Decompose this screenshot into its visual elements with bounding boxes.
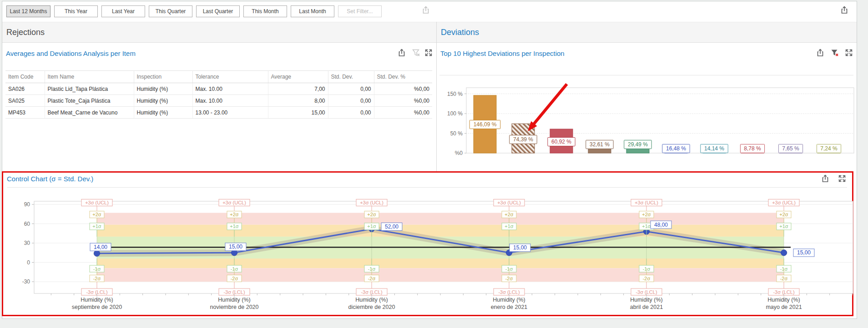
sigma-label: -2σ	[368, 276, 376, 281]
table-cell: %0,00	[374, 83, 432, 95]
table-cell: 15,00	[268, 107, 328, 119]
table-row[interactable]: SA026Plastic Lid_Tapa PlásticaHumidity (…	[5, 83, 432, 95]
y-axis-tick-label: %0	[455, 150, 463, 156]
data-point[interactable]	[94, 250, 100, 256]
table-cell: %0,00	[374, 107, 432, 119]
rejections-panel-header: Rejections	[2, 22, 436, 43]
point-value-label: 15,00	[229, 244, 242, 250]
table-cell: Max. 10.00	[192, 95, 268, 107]
table-row[interactable]: MP453Beef Meat_Carne de VacunoHumidity (…	[5, 107, 432, 119]
maximize-icon[interactable]	[424, 48, 433, 57]
sigma-label: +3σ (UCL)	[497, 200, 521, 205]
bar-value-label: 32,61 %	[590, 141, 610, 148]
table-cell: Max. 10.00	[192, 83, 268, 95]
clear-filter-icon[interactable]	[830, 48, 839, 57]
toolbar-button-last-year[interactable]: Last Year	[101, 5, 145, 17]
point-value-label: 15,00	[513, 244, 527, 251]
export-icon[interactable]	[397, 48, 406, 57]
export-icon[interactable]	[421, 5, 430, 15]
sigma-band	[97, 258, 784, 268]
panel-splitter[interactable]	[436, 22, 437, 171]
sigma-label: +2σ	[505, 212, 514, 217]
top10-deviations-bar-chart[interactable]: 150 %100 %50 %%0146,09 %74,39 %60,92 %32…	[439, 67, 855, 164]
averages-deviations-table: Item CodeItem NameInspectionToleranceAve…	[5, 70, 432, 119]
maximize-icon[interactable]	[838, 174, 847, 183]
y-axis-tick-label: 30	[24, 240, 30, 246]
sigma-label: +1σ	[642, 224, 651, 229]
table-cell: Humidity (%)	[134, 107, 192, 119]
table-cell: 0,00	[328, 107, 374, 119]
toolbar-button-last-12-months[interactable]: Last 12 Months	[6, 5, 50, 17]
bar-value-label: 146,09 %	[474, 121, 497, 128]
point-value-label: 15,00	[797, 249, 811, 256]
column-header[interactable]: Tolerance	[192, 71, 268, 83]
x-category-label-line1: Humidity (%)	[81, 297, 113, 303]
bar-value-label: 14,14 %	[704, 145, 724, 152]
sigma-label: +1σ	[92, 224, 101, 229]
sigma-label: -2σ	[231, 276, 238, 281]
sigma-band	[97, 268, 784, 282]
table-cell: %0,00	[374, 95, 432, 107]
data-point[interactable]	[781, 250, 787, 256]
column-header[interactable]: Item Code	[5, 71, 45, 83]
control-chart[interactable]: 9060300-30+3σ (UCL)+2σ+1σ-1σ-2σ-3σ (LCL)…	[5, 194, 854, 317]
sigma-label: +3σ (UCL)	[635, 200, 658, 205]
rejections-panel-title: Rejections	[2, 28, 45, 37]
sigma-label: +1σ	[367, 224, 376, 229]
y-axis-tick-label: 0	[27, 259, 30, 266]
sigma-label: -2σ	[643, 276, 651, 281]
y-axis-tick-label: 100 %	[447, 110, 463, 117]
bar-value-label: 16,48 %	[666, 145, 686, 152]
bar-value-label: 29,49 %	[628, 141, 648, 148]
toolbar-button-this-quarter[interactable]: This Quarter	[149, 5, 192, 17]
column-header[interactable]: Average	[268, 71, 328, 83]
toolbar-button-last-quarter[interactable]: Last Quarter	[196, 5, 240, 17]
date-filter-toolbar: Last 12 MonthsThis YearLast YearThis Qua…	[6, 5, 382, 17]
sigma-label: +2σ	[230, 212, 239, 217]
clear-filter-icon[interactable]	[412, 48, 421, 57]
column-header[interactable]: Inspection	[134, 71, 192, 83]
deviations-panel-header: Deviations	[437, 22, 857, 43]
table-cell: Plastic Lid_Tapa Plástica	[45, 83, 134, 95]
bar-value-label: 8,78 %	[744, 145, 761, 152]
widget-divider	[7, 187, 847, 188]
sigma-label: -2σ	[93, 276, 101, 281]
point-value-label: 14,00	[94, 244, 107, 250]
sigma-label: +2σ	[92, 212, 101, 217]
y-axis-tick-label: -30	[22, 278, 30, 285]
x-category-label-line2: enero de 2021	[491, 304, 528, 310]
maximize-icon[interactable]	[844, 48, 853, 57]
x-category-label-line1: Humidity (%)	[218, 297, 251, 303]
column-header[interactable]: Std. Dev.	[328, 71, 374, 83]
toolbar-button-this-year[interactable]: This Year	[54, 5, 98, 17]
table-cell: Humidity (%)	[134, 95, 192, 107]
toolbar-button-this-month[interactable]: This Month	[243, 5, 287, 17]
sigma-band	[97, 213, 784, 224]
x-category-label-line2: septiembre de 2020	[72, 304, 122, 310]
export-icon[interactable]	[840, 5, 849, 15]
sigma-label: +2σ	[779, 212, 788, 217]
bar-chart-widget-title: Top 10 Highest Deviations per Inspection	[440, 50, 565, 57]
table-row[interactable]: SA025Plastic Tote_Caja PlásticaHumidity …	[5, 95, 432, 107]
sigma-label: -2σ	[505, 276, 513, 281]
table-header: Item CodeItem NameInspectionToleranceAve…	[5, 71, 432, 83]
x-category-label-line2: noviembre de 2020	[210, 304, 258, 310]
toolbar-button-last-month[interactable]: Last Month	[291, 5, 334, 17]
column-header[interactable]: Std. Dev. %	[374, 71, 432, 83]
x-category-label-line2: mayo de 2021	[766, 304, 802, 310]
table-cell: 7,00	[268, 83, 328, 95]
control-chart-title: Control Chart (σ = Std. Dev.)	[7, 175, 93, 183]
y-axis-tick-label: 50 %	[450, 130, 463, 137]
bar-value-label: 7,24 %	[820, 145, 838, 152]
table-cell: 8,00	[268, 95, 328, 107]
table-cell: SA025	[5, 95, 45, 107]
bar-value-label: 74,39 %	[513, 136, 533, 143]
sigma-label: +3σ (UCL)	[360, 200, 384, 205]
table-cell: 13.00 - 23.00	[192, 107, 268, 119]
bar-value-label: 60,92 %	[551, 139, 571, 145]
column-header[interactable]: Item Name	[45, 71, 134, 83]
export-icon[interactable]	[821, 174, 830, 183]
export-icon[interactable]	[816, 48, 825, 57]
deviations-panel-title: Deviations	[437, 28, 479, 37]
point-value-label: 48,00	[654, 222, 668, 228]
